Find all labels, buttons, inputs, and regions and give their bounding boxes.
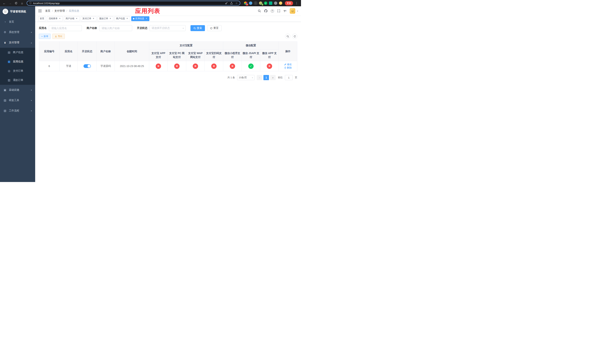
tab-close-icon[interactable]: × [145, 17, 148, 20]
status-toggle[interactable] [84, 64, 91, 68]
page-size-value: 10条/页 [239, 76, 247, 79]
tab-user-group[interactable]: 用户分组× [64, 16, 80, 21]
sidebar-item-merchant-info[interactable]: ▤ 商户信息 [0, 48, 35, 57]
sidebar-item-label: 系统管理 [9, 31, 19, 34]
search-icon[interactable] [258, 10, 261, 12]
wechat-devtools-icon[interactable]: ✓ [264, 1, 267, 5]
page-number-1[interactable]: 1 [263, 75, 269, 80]
sidebar-item-app-info[interactable]: ▦ 应用信息 [0, 57, 35, 66]
extension-icon-dark[interactable] [254, 1, 257, 5]
tab-close-icon[interactable]: × [75, 17, 78, 20]
sidebar-item-refund-orders[interactable]: ▥ 退款订单 [0, 75, 35, 85]
sidebar-item-system[interactable]: ⚙ 系统管理 ▾ [0, 27, 35, 37]
extension-icon-blue[interactable] [249, 1, 252, 5]
goto-page-input[interactable] [285, 75, 293, 80]
tab-process-form[interactable]: 流程表单× [47, 16, 63, 21]
site-info-icon[interactable]: ⓘ [29, 1, 32, 5]
back-button[interactable]: ← [2, 1, 7, 6]
status-select[interactable]: 请选择开启状态 ▾ [150, 25, 186, 31]
col-actions: 操作 [279, 42, 297, 61]
breadcrumb-home[interactable]: 首页 [45, 9, 50, 13]
tab-close-icon[interactable]: × [126, 17, 129, 20]
delete-link[interactable]: 删除 [284, 66, 292, 69]
cell-app-name: 芋道 [60, 61, 78, 71]
app-name-input[interactable] [49, 25, 82, 31]
gear-icon: ⚙ [3, 31, 7, 34]
toolbox-icon: ▨ [3, 99, 7, 102]
browser-update-button[interactable]: 更新 [285, 1, 293, 5]
extension-icon-avatar[interactable]: 1 [259, 1, 262, 5]
sidebar-item-workflow[interactable]: ▧ 工作流程 ▾ [0, 106, 35, 116]
help-icon[interactable]: ? [271, 10, 274, 13]
col-alipay-wap: 支付宝 WAP 网站支付 [186, 49, 205, 61]
extension-icon-colorful[interactable]: 10 [244, 1, 247, 5]
col-app-name: 应用名 [60, 42, 78, 61]
refresh-table-button[interactable] [292, 34, 297, 39]
sidebar-item-dev-tools[interactable]: ▨ 研发工具 ▾ [0, 95, 35, 106]
avatar-caret-icon[interactable]: ▾ [297, 10, 298, 12]
table-toolbar: + 新增 导出 [39, 34, 297, 39]
refresh-icon [294, 35, 296, 38]
prev-page-button[interactable]: ‹ [257, 75, 262, 80]
col-group-wechat: 微信配置 [223, 42, 279, 49]
user-avatar[interactable]: ☺ [290, 8, 295, 14]
home-button[interactable]: ⌂ [20, 1, 24, 6]
tab-merchant-info[interactable]: 商户信息× [114, 16, 130, 21]
app-logo[interactable]: 芋道管理系统 [0, 6, 35, 17]
font-size-icon[interactable]: TT [284, 10, 286, 13]
extension-icon-puzzle[interactable] [274, 1, 277, 5]
tab-refund-orders[interactable]: 退款订单× [97, 16, 113, 21]
breadcrumb: 首页 / 支付管理 / 应用信息 [45, 9, 79, 13]
search-button[interactable]: 搜索 [191, 25, 205, 31]
search-icon [287, 35, 289, 38]
merchant-name-input[interactable] [99, 25, 132, 31]
edit-link[interactable]: 修改 [284, 63, 292, 66]
export-button-label: 导出 [58, 35, 62, 38]
tab-app-info[interactable]: 应用信息× [131, 16, 149, 21]
delete-link-label: 删除 [287, 66, 292, 69]
export-button[interactable]: 导出 [52, 34, 65, 39]
password-key-icon[interactable] [225, 2, 228, 4]
add-button[interactable]: + 新增 [39, 34, 51, 39]
forward-button[interactable]: → [8, 1, 13, 6]
sidebar-item-infrastructure[interactable]: ▣ 基础设施 ▾ [0, 85, 35, 95]
github-icon[interactable] [264, 9, 268, 13]
browser-menu-icon[interactable]: ⋮ [294, 1, 299, 5]
tab-home[interactable]: 首页 [38, 16, 46, 21]
address-bar[interactable]: ⓘ localhost:1024/pay/app ☆ [27, 1, 240, 6]
sidebar-item-payment[interactable]: ¥ 支付管理 ▴ [0, 37, 35, 48]
breadcrumb-current: 应用信息 [69, 9, 79, 13]
extension-icon-emoji[interactable] [279, 1, 282, 5]
col-alipay-app: 支付宝 APP 支付 [149, 49, 168, 61]
sidebar-toggle[interactable] [38, 9, 42, 13]
toggle-search-button[interactable] [285, 34, 290, 39]
bookmark-star-icon[interactable]: ☆ [235, 2, 238, 5]
reload-icon [15, 2, 17, 4]
breadcrumb-payment[interactable]: 支付管理 [54, 9, 65, 13]
share-icon[interactable] [230, 2, 233, 5]
sidebar-item-label: 退款订单 [13, 78, 23, 82]
tab-close-icon[interactable]: × [92, 17, 95, 20]
tab-label: 退款订单 [99, 17, 108, 20]
reload-button[interactable] [14, 1, 19, 6]
extension-icon-note[interactable] [269, 1, 272, 5]
fullscreen-icon[interactable] [277, 10, 280, 12]
next-page-button[interactable]: › [270, 75, 276, 80]
alipay-qr-status-icon [211, 64, 216, 69]
hamburger-icon [38, 9, 42, 13]
reset-button[interactable]: 重置 [207, 25, 222, 31]
page-size-select[interactable]: 10条/页 ▾ [237, 75, 255, 80]
sidebar-item-label: 首页 [9, 20, 14, 23]
sidebar-item-home[interactable]: ◔ 首页 [0, 17, 35, 27]
sidebar-item-pay-orders[interactable]: ◎ 支付订单 [0, 66, 35, 75]
tab-pay-orders[interactable]: 支付订单× [81, 16, 97, 21]
tab-label: 商户信息 [116, 17, 125, 20]
tab-close-icon[interactable]: × [109, 17, 112, 20]
tab-close-icon[interactable]: × [58, 17, 61, 20]
rabbit-logo-icon [3, 9, 8, 14]
alipay-app-status-icon [156, 64, 161, 69]
document-icon: ▥ [7, 78, 11, 82]
col-wx-app: 微信 APP 支付 [260, 49, 279, 61]
chevron-down-icon: ▾ [31, 89, 32, 91]
url-text: localhost:1024/pay/app [33, 2, 224, 5]
